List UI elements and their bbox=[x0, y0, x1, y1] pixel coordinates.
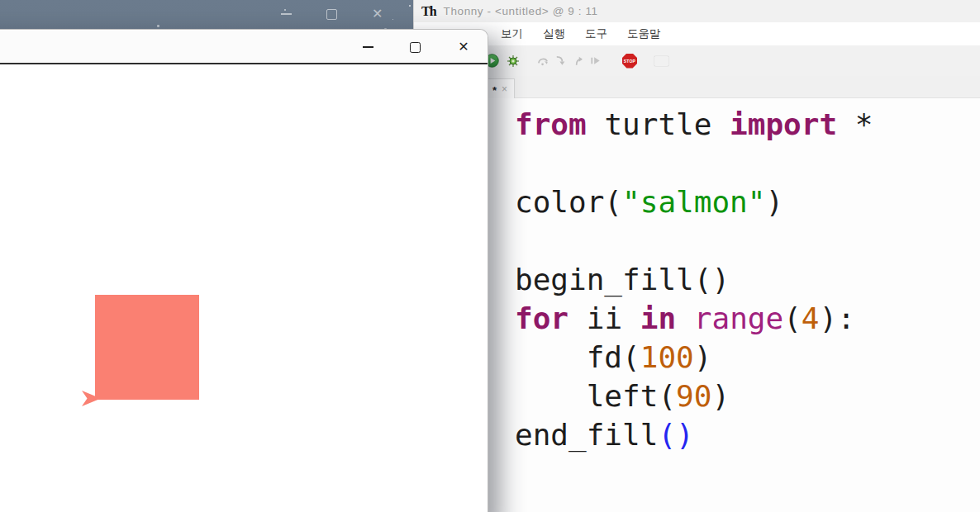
resume-icon bbox=[589, 55, 602, 67]
menu-help[interactable]: 도움말 bbox=[627, 26, 661, 41]
step-into-button[interactable] bbox=[554, 55, 567, 67]
code-line bbox=[515, 144, 980, 183]
code-line: left(90) bbox=[515, 377, 980, 415]
maximize-icon bbox=[410, 42, 421, 53]
close-icon: ✕ bbox=[458, 40, 469, 54]
thonny-window: Th Thonny - <untitled> @ 9 : 11 보기 실행 도구… bbox=[413, 0, 980, 512]
code-editor[interactable]: from turtle import * color("salmon") beg… bbox=[414, 98, 980, 512]
tab-close-icon[interactable]: × bbox=[502, 84, 507, 94]
menu-run[interactable]: 실행 bbox=[543, 26, 565, 41]
turtle-cursor-icon bbox=[82, 391, 101, 406]
code-line: fd(100) bbox=[515, 338, 980, 377]
step-over-button[interactable] bbox=[537, 55, 549, 67]
minimize-button[interactable] bbox=[357, 30, 378, 64]
thonny-app-icon: Th bbox=[421, 4, 436, 19]
minimize-icon[interactable] bbox=[281, 13, 292, 15]
editor-tab-untitled[interactable]: * × bbox=[485, 78, 515, 98]
close-icon[interactable]: ✕ bbox=[372, 7, 383, 21]
star-dot bbox=[157, 25, 159, 27]
step-out-icon bbox=[572, 55, 584, 67]
stop-icon: STOP bbox=[624, 59, 635, 64]
turtle-graphics-window: ✕ bbox=[0, 29, 488, 512]
maximize-icon[interactable] bbox=[326, 9, 337, 20]
minimize-icon bbox=[363, 46, 373, 48]
toolbar: STOP bbox=[414, 45, 980, 76]
background-window-controls: ✕ bbox=[281, 5, 383, 23]
menu-tools[interactable]: 도구 bbox=[585, 26, 607, 41]
code-line: from turtle import * bbox=[515, 105, 980, 144]
drawn-salmon-square bbox=[95, 295, 199, 400]
thonny-titlebar[interactable]: Th Thonny - <untitled> @ 9 : 11 bbox=[414, 0, 980, 22]
stop-button[interactable]: STOP bbox=[622, 54, 637, 69]
step-out-button[interactable] bbox=[572, 55, 584, 67]
step-over-icon bbox=[537, 55, 549, 67]
debug-button[interactable] bbox=[507, 55, 520, 68]
menubar: 보기 실행 도구 도움말 bbox=[414, 22, 980, 45]
step-into-icon bbox=[554, 55, 567, 67]
window-title: Thonny - <untitled> @ 9 : 11 bbox=[444, 5, 598, 17]
star-dot bbox=[409, 5, 411, 7]
code-line: end_fill() bbox=[515, 415, 980, 454]
star-dot bbox=[392, 19, 394, 21]
resume-button[interactable] bbox=[589, 55, 602, 67]
maximize-button[interactable] bbox=[404, 30, 426, 64]
code-line bbox=[515, 221, 980, 260]
code-line: color("salmon") bbox=[515, 183, 980, 221]
turtle-window-titlebar[interactable]: ✕ bbox=[0, 30, 488, 64]
tab-modified-indicator: * bbox=[492, 85, 497, 96]
close-button[interactable]: ✕ bbox=[453, 30, 474, 64]
menu-view[interactable]: 보기 bbox=[501, 26, 523, 41]
ukraine-flag-icon bbox=[654, 56, 668, 66]
code-line: for ii in range(4): bbox=[515, 299, 980, 338]
step-buttons-group bbox=[537, 55, 602, 67]
turtle-canvas bbox=[0, 67, 488, 512]
bug-icon bbox=[507, 55, 520, 68]
code-line: begin_fill() bbox=[515, 260, 980, 299]
editor-tabstrip: * × bbox=[414, 76, 980, 98]
